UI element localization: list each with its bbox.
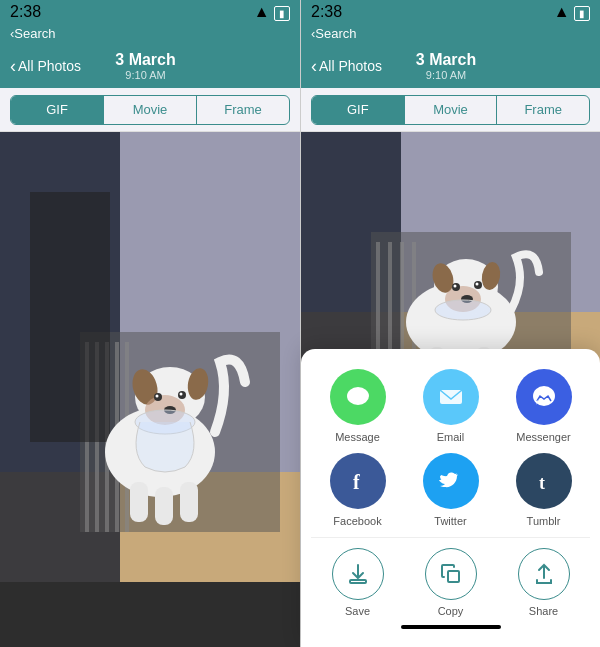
svg-point-51	[533, 386, 555, 406]
right-back-button[interactable]: ‹ All Photos	[311, 57, 382, 75]
message-icon	[330, 369, 386, 425]
message-label: Message	[335, 431, 380, 443]
svg-point-47	[435, 300, 491, 320]
left-time: 2:38	[10, 3, 41, 21]
svg-rect-55	[350, 580, 366, 583]
left-search-label[interactable]: Search	[14, 26, 55, 41]
svg-point-48	[347, 387, 369, 405]
svg-point-42	[476, 283, 479, 286]
svg-rect-21	[130, 482, 148, 522]
share-item-tumblr[interactable]: t Tumblr	[504, 453, 584, 527]
right-segment-frame[interactable]: Frame	[497, 96, 589, 124]
right-wifi-icon: ▲	[554, 3, 570, 20]
svg-rect-22	[155, 487, 173, 525]
save-label: Save	[345, 605, 370, 617]
svg-rect-23	[180, 482, 198, 522]
right-battery-icon: ▮	[574, 6, 590, 21]
left-segment-frame[interactable]: Frame	[197, 96, 289, 124]
left-segment-movie[interactable]: Movie	[104, 96, 197, 124]
right-segment-control: GIF Movie Frame	[311, 95, 590, 125]
right-status-icons: ▲ ▮	[554, 3, 590, 21]
right-nav-subtitle: 9:10 AM	[426, 69, 466, 81]
right-nav-title: 3 March	[416, 51, 476, 69]
home-indicator	[311, 617, 590, 637]
left-panel: 2:38 ▲ ▮ ‹ Search ‹ All Photos 3 Marc	[0, 0, 300, 647]
right-title-area: 3 March 9:10 AM	[382, 51, 510, 81]
facebook-icon: f	[330, 453, 386, 509]
left-back-button[interactable]: ‹ All Photos	[10, 57, 81, 75]
svg-rect-56	[448, 571, 459, 582]
left-segment-control: GIF Movie Frame	[10, 95, 290, 125]
share-row-1: Message Email Messenger	[311, 369, 590, 443]
right-back-chevron: ‹	[311, 57, 317, 75]
left-title-area: 3 March 9:10 AM	[81, 51, 210, 81]
messenger-icon	[516, 369, 572, 425]
left-dog-image	[0, 132, 300, 582]
right-segment-movie[interactable]: Movie	[405, 96, 498, 124]
tumblr-label: Tumblr	[527, 515, 561, 527]
svg-point-19	[180, 393, 183, 396]
svg-text:f: f	[353, 471, 360, 493]
share-item-message[interactable]: Message	[318, 369, 398, 443]
right-time: 2:38	[311, 3, 342, 21]
svg-rect-10	[30, 192, 110, 442]
left-status-bar: 2:38 ▲ ▮ ‹ Search	[0, 0, 300, 44]
battery-icon: ▮	[274, 6, 290, 21]
messenger-label: Messenger	[516, 431, 570, 443]
right-search-label[interactable]: Search	[315, 26, 356, 41]
svg-point-17	[156, 395, 159, 398]
left-back-chevron: ‹	[10, 57, 16, 75]
share-item-messenger[interactable]: Messenger	[504, 369, 584, 443]
twitter-label: Twitter	[434, 515, 466, 527]
share-item-facebook[interactable]: f Facebook	[318, 453, 398, 527]
share-row-2: f Facebook Twitter t Tumblr	[311, 453, 590, 527]
right-dog-image	[301, 132, 600, 382]
left-segment-bar: GIF Movie Frame	[0, 88, 300, 132]
action-copy[interactable]: Copy	[416, 548, 486, 617]
left-back-label: All Photos	[18, 58, 81, 74]
left-nav-title: 3 March	[115, 51, 175, 69]
share-icon	[518, 548, 570, 600]
action-share[interactable]: Share	[509, 548, 579, 617]
share-action-row: Save Copy Share	[311, 537, 590, 617]
share-label: Share	[529, 605, 558, 617]
tumblr-icon: t	[516, 453, 572, 509]
facebook-label: Facebook	[333, 515, 381, 527]
share-item-email[interactable]: Email	[411, 369, 491, 443]
right-panel: 2:38 ▲ ▮ ‹ Search ‹ All Photos 3 Marc	[301, 0, 600, 647]
right-segment-bar: GIF Movie Frame	[301, 88, 600, 132]
share-sheet: Message Email Messenger f Facebo	[301, 349, 600, 647]
right-back-label: All Photos	[319, 58, 382, 74]
save-icon	[332, 548, 384, 600]
twitter-icon	[423, 453, 479, 509]
left-nav-subtitle: 9:10 AM	[125, 69, 165, 81]
svg-point-40	[454, 285, 457, 288]
right-nav-bar: ‹ All Photos 3 March 9:10 AM	[301, 44, 600, 88]
email-label: Email	[437, 431, 465, 443]
left-photo-area	[0, 132, 300, 647]
left-nav-bar: ‹ All Photos 3 March 9:10 AM	[0, 44, 300, 88]
copy-icon	[425, 548, 477, 600]
action-save[interactable]: Save	[323, 548, 393, 617]
right-status-bar: 2:38 ▲ ▮ ‹ Search	[301, 0, 600, 44]
left-status-icons: ▲ ▮	[254, 3, 290, 21]
wifi-icon: ▲	[254, 3, 270, 20]
share-item-twitter[interactable]: Twitter	[411, 453, 491, 527]
copy-label: Copy	[438, 605, 464, 617]
home-bar	[401, 625, 501, 629]
right-segment-gif[interactable]: GIF	[312, 96, 405, 124]
svg-text:t: t	[539, 473, 545, 493]
email-icon	[423, 369, 479, 425]
left-segment-gif[interactable]: GIF	[11, 96, 104, 124]
